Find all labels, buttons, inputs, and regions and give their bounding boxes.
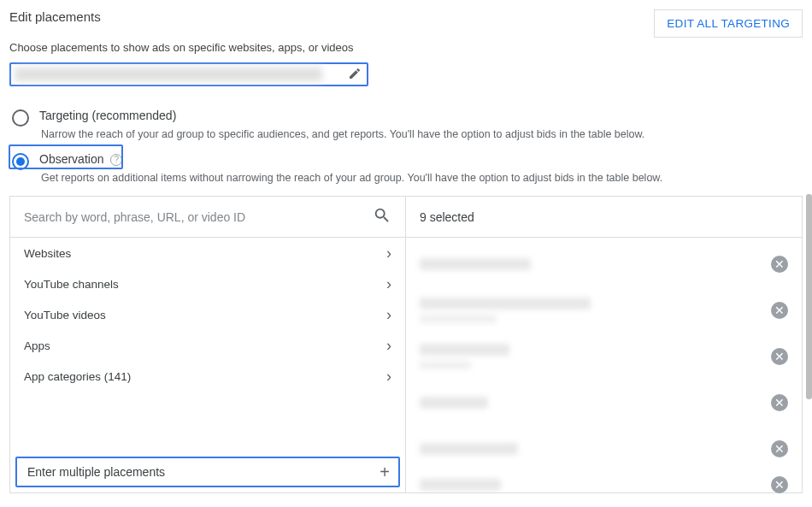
- selected-pane: 9 selected ✕ ✕ ✕ ✕: [406, 197, 802, 492]
- chevron-right-icon: ›: [386, 307, 391, 322]
- redacted-text: [420, 479, 501, 491]
- radio-targeting-label: Targeting (recommended): [39, 109, 176, 122]
- redacted-text: [420, 443, 518, 455]
- category-apps[interactable]: Apps›: [10, 330, 405, 361]
- chevron-right-icon: ›: [386, 245, 391, 261]
- radio-observation-label: Observation ?: [39, 152, 122, 166]
- scrollbar[interactable]: [806, 194, 812, 399]
- selected-item: ✕: [406, 472, 802, 498]
- close-icon: ✕: [774, 304, 785, 316]
- remove-button[interactable]: ✕: [771, 440, 788, 457]
- close-icon: ✕: [774, 258, 785, 270]
- close-icon: ✕: [774, 397, 785, 409]
- close-icon: ✕: [774, 351, 785, 363]
- redacted-text: [420, 258, 531, 270]
- edit-all-targeting-button[interactable]: EDIT ALL TARGETING: [654, 9, 803, 38]
- redacted-text: [15, 68, 322, 81]
- radio-targeting[interactable]: Targeting (recommended): [12, 109, 803, 127]
- radio-icon[interactable]: [12, 109, 29, 127]
- category-youtube-channels[interactable]: YouTube channels›: [10, 268, 405, 299]
- radio-targeting-description: Narrow the reach of your ad group to spe…: [41, 128, 803, 140]
- pencil-icon[interactable]: [348, 67, 362, 83]
- selected-item: ✕: [406, 241, 802, 287]
- page-title: Edit placements: [9, 9, 101, 24]
- close-icon: ✕: [774, 479, 785, 491]
- radio-observation[interactable]: Observation ?: [12, 152, 803, 170]
- plus-icon: +: [380, 463, 390, 480]
- remove-button[interactable]: ✕: [771, 302, 788, 319]
- category-youtube-videos[interactable]: YouTube videos›: [10, 299, 405, 330]
- remove-button[interactable]: ✕: [771, 394, 788, 411]
- selected-item: ✕: [406, 426, 802, 472]
- close-icon: ✕: [774, 443, 785, 455]
- selected-item: ✕: [406, 333, 802, 380]
- category-websites[interactable]: Websites›: [10, 238, 405, 268]
- remove-button[interactable]: ✕: [771, 256, 788, 273]
- selected-header: 9 selected: [406, 197, 802, 238]
- category-app-categories[interactable]: App categories (141)›: [10, 361, 405, 392]
- enter-multiple-placements-button[interactable]: Enter multiple placements +: [15, 457, 400, 487]
- radio-observation-description: Get reports on additional items without …: [41, 172, 803, 184]
- search-input[interactable]: [24, 210, 373, 224]
- redacted-text: [420, 397, 488, 409]
- redacted-text: [420, 315, 497, 323]
- browse-pane: Websites› YouTube channels› YouTube vide…: [10, 197, 406, 492]
- ad-group-name-field[interactable]: [9, 62, 368, 86]
- chevron-right-icon: ›: [386, 338, 391, 353]
- chevron-right-icon: ›: [386, 276, 391, 292]
- help-icon[interactable]: ?: [110, 154, 122, 166]
- selected-item: ✕: [406, 287, 802, 333]
- remove-button[interactable]: ✕: [771, 476, 788, 493]
- placements-panel: Websites› YouTube channels› YouTube vide…: [9, 196, 803, 493]
- chevron-right-icon: ›: [386, 368, 391, 384]
- page-subtitle: Choose placements to show ads on specifi…: [9, 41, 803, 54]
- selected-item: ✕: [406, 380, 802, 426]
- search-icon[interactable]: [373, 206, 391, 227]
- radio-icon[interactable]: [12, 153, 29, 170]
- redacted-text: [420, 344, 509, 356]
- redacted-text: [420, 361, 471, 369]
- remove-button[interactable]: ✕: [771, 348, 788, 365]
- redacted-text: [420, 298, 591, 310]
